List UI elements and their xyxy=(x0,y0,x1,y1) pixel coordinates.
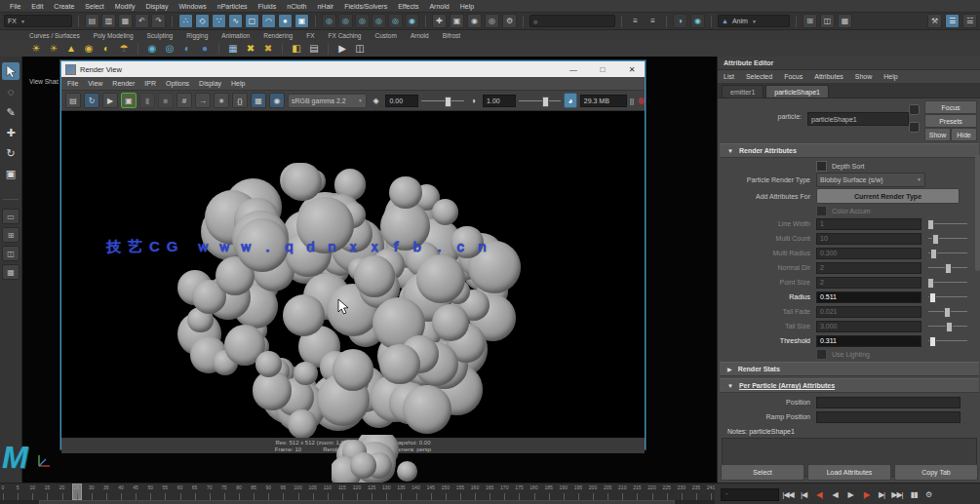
anim-layer-dropdown[interactable]: ▲Anim ▼ xyxy=(718,15,790,27)
fluid-container-icon[interactable]: ◉ xyxy=(145,42,159,56)
range-slider-bar[interactable] xyxy=(39,500,675,504)
shelf-tab-fx-caching[interactable]: FX Caching xyxy=(329,32,362,39)
ipr-memory-icon[interactable]: ◕ xyxy=(564,93,577,108)
shelf-tab-custom[interactable]: Custom xyxy=(374,32,396,39)
directional-emitter-icon[interactable]: ☀ xyxy=(47,42,60,56)
menu-select[interactable]: Select xyxy=(85,3,103,10)
snapshot-icon[interactable]: # xyxy=(176,93,192,108)
menu-help[interactable]: Help xyxy=(460,3,474,10)
modeling-toolkit-toggle-icon[interactable]: ⚒ xyxy=(927,14,942,28)
snap-grid-icon[interactable]: ◎ xyxy=(322,14,336,28)
shelf-tab-bifrost[interactable]: Bifrost xyxy=(443,32,460,39)
exposure-field[interactable]: 0.00 xyxy=(385,95,418,107)
render-view-menu-options[interactable]: Options xyxy=(166,80,189,87)
new-scene-icon[interactable]: ▤ xyxy=(85,14,99,28)
copy-tab-button[interactable]: Copy Tab xyxy=(894,464,978,481)
shelf-tab-animation[interactable]: Animation xyxy=(221,32,250,39)
time-slider[interactable]: 0510152025303540455055606570758085909510… xyxy=(0,483,715,500)
attr-field-point-size[interactable]: 2 xyxy=(816,277,921,289)
slider-handle[interactable] xyxy=(944,307,951,318)
mask-surfaces-icon[interactable]: ▢ xyxy=(245,14,259,28)
channelbox-toggle-icon[interactable]: ≡ xyxy=(646,14,660,28)
shelf-tab-rendering[interactable]: Rendering xyxy=(263,32,293,39)
pond-icon[interactable]: ◐ xyxy=(180,42,194,56)
step-forward-frame-button[interactable]: ▶| xyxy=(876,488,887,501)
fluid-emitter-icon[interactable]: ● xyxy=(198,42,212,56)
menu-nhair[interactable]: nHair xyxy=(317,3,333,10)
wireframe-icon[interactable]: ▦ xyxy=(838,14,852,28)
redo-icon[interactable]: ↷ xyxy=(151,14,166,28)
go-to-end-button[interactable]: ▶▶| xyxy=(891,488,903,501)
show-button[interactable]: Show xyxy=(924,128,951,141)
keep-image-icon[interactable]: ∗ xyxy=(214,93,229,108)
gamma-slider[interactable] xyxy=(519,100,561,101)
close-button[interactable]: ✕ xyxy=(619,61,645,77)
snap-surface-icon[interactable]: ◎ xyxy=(388,14,403,28)
move-tool-button[interactable]: ✚ xyxy=(2,124,20,141)
menu-set-dropdown[interactable]: FX ▼ xyxy=(4,15,72,27)
attr-field-threshold[interactable]: 0.311 xyxy=(816,335,921,347)
slider-handle[interactable] xyxy=(927,278,934,289)
stop-render-icon[interactable]: ■ xyxy=(158,93,174,108)
mask-hierarchy-icon[interactable]: ∴ xyxy=(178,14,193,28)
go-to-start-button[interactable]: |◀◀ xyxy=(782,488,794,501)
select-button[interactable]: Select xyxy=(721,464,804,481)
display-toggle-checkbox-bottom[interactable] xyxy=(909,122,920,133)
save-scene-icon[interactable]: ▦ xyxy=(118,14,133,28)
remove-image-icon[interactable]: {} xyxy=(232,93,248,108)
interactive-playback-icon[interactable]: ▶ xyxy=(335,42,349,56)
step-back-frame-button[interactable]: |◀ xyxy=(798,488,809,501)
slider-handle[interactable] xyxy=(929,292,936,303)
paint-effects-icon[interactable]: ◧ xyxy=(290,42,303,56)
attr-slider-normal-dir[interactable] xyxy=(928,267,967,268)
focus-button[interactable]: Focus xyxy=(924,100,977,114)
menu-ncloth[interactable]: nCloth xyxy=(287,3,306,10)
display-color-dropdown[interactable]: sRGB gamma 2.2 ▼ xyxy=(288,94,367,108)
attr-field-radius[interactable]: 0.511 xyxy=(816,291,921,303)
render-view-menu-render[interactable]: Render xyxy=(112,80,135,87)
ae-menu-show[interactable]: Show xyxy=(855,73,873,80)
construction-history-icon[interactable]: ✚ xyxy=(432,14,447,28)
section-render-stats[interactable]: ▶ Render Stats xyxy=(720,362,979,376)
section-render-attributes[interactable]: ▼ Render Attributes xyxy=(720,143,979,158)
gamma-field[interactable]: 1.00 xyxy=(483,95,516,107)
attr-slider-radius[interactable] xyxy=(928,296,967,297)
attr-field-multi-radius[interactable]: 0.300 xyxy=(816,248,921,259)
ae-menu-list[interactable]: List xyxy=(724,73,734,80)
render-current-frame-icon[interactable]: ◉ xyxy=(467,14,482,28)
shelf-tab-sculpting[interactable]: Sculpting xyxy=(147,32,174,39)
pause-render-icon[interactable]: ▮ xyxy=(139,93,155,108)
rgb-channels-icon[interactable]: ▦ xyxy=(251,93,266,108)
render-view-menu-view[interactable]: View xyxy=(88,80,102,87)
menu-edit[interactable]: Edit xyxy=(31,3,43,10)
scrollbar[interactable] xyxy=(975,154,980,271)
snap-point-icon[interactable]: ◎ xyxy=(355,14,370,28)
exposure-slider[interactable] xyxy=(421,100,463,101)
animation-preferences-icon[interactable]: ⚙ xyxy=(922,488,934,501)
instancer-icon[interactable]: ☂ xyxy=(117,42,131,56)
menu-nparticles[interactable]: nParticles xyxy=(217,3,248,10)
render-view-menu-file[interactable]: File xyxy=(67,80,78,87)
layout-four-view-button[interactable]: ⊞ xyxy=(2,227,20,243)
shelf-tab-curves-surfaces[interactable]: Curves / Surfaces xyxy=(29,32,80,39)
ae-menu-selected[interactable]: Selected xyxy=(746,73,772,80)
shelf-tab-fx[interactable]: FX xyxy=(306,32,314,39)
current-frame-field[interactable]: ◔ xyxy=(721,488,779,501)
play-backwards-button[interactable]: ◀ xyxy=(829,488,841,501)
ae-menu-attributes[interactable]: Attributes xyxy=(814,73,843,80)
attr-slider-tail-fade[interactable] xyxy=(928,311,967,312)
shelf-editor-icon[interactable]: ▤ xyxy=(307,42,321,56)
mask-dynamics-icon[interactable]: ● xyxy=(278,14,293,28)
depth-sort-checkbox[interactable] xyxy=(816,161,827,172)
menu-arnold[interactable]: Arnold xyxy=(429,3,449,10)
refresh-icon[interactable]: → xyxy=(195,93,211,108)
menu-modify[interactable]: Modify xyxy=(115,3,136,10)
attr-field-multi-count[interactable]: 10 xyxy=(816,233,921,245)
ipr-pause-icon[interactable]: || xyxy=(630,97,634,105)
rendered-image[interactable]: 技艺CG ｗｗｗ．ｑｄｎｘｘｆｂ．ｃｎ xyxy=(61,111,645,438)
make-live-icon[interactable]: ◉ xyxy=(405,14,419,28)
presets-button[interactable]: Presets xyxy=(924,114,977,128)
nparticle-balls-icon[interactable]: ✖ xyxy=(244,42,257,56)
node-name-field[interactable]: particleShape1 xyxy=(807,112,909,126)
menu-fluids[interactable]: Fluids xyxy=(258,3,277,10)
